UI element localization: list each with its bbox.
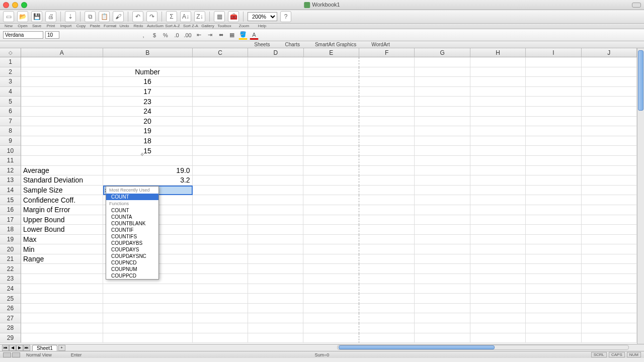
- cell[interactable]: [526, 323, 581, 333]
- row-header[interactable]: 24: [0, 284, 21, 294]
- cell[interactable]: [415, 264, 470, 274]
- cell[interactable]: Lower Bound: [21, 225, 103, 235]
- cell[interactable]: [359, 57, 415, 67]
- cell[interactable]: [582, 87, 637, 97]
- format-painter-button[interactable]: 🖌: [113, 11, 124, 22]
- cell[interactable]: [248, 97, 303, 107]
- cell[interactable]: [526, 136, 581, 146]
- row-header[interactable]: 14: [0, 186, 21, 196]
- tab-smartart[interactable]: SmartArt Graphics: [315, 42, 356, 47]
- cell[interactable]: [526, 166, 581, 176]
- sort-desc-button[interactable]: Z↓: [194, 11, 205, 22]
- decrease-decimal-button[interactable]: .0: [172, 31, 181, 40]
- zoom-icon[interactable]: [21, 2, 27, 8]
- cell[interactable]: [415, 284, 470, 294]
- cell[interactable]: Min: [21, 244, 103, 254]
- cell[interactable]: [526, 126, 581, 136]
- cell[interactable]: [526, 264, 581, 274]
- row-header[interactable]: 19: [0, 235, 21, 245]
- cell[interactable]: [103, 323, 193, 333]
- cell[interactable]: [248, 87, 303, 97]
- row-header[interactable]: 12: [0, 166, 21, 176]
- cell[interactable]: [582, 294, 637, 304]
- cell[interactable]: [415, 166, 470, 176]
- cell[interactable]: [415, 244, 470, 254]
- cell[interactable]: [470, 156, 526, 166]
- cell[interactable]: [526, 244, 581, 254]
- cell[interactable]: [103, 304, 193, 314]
- cell[interactable]: [470, 67, 526, 77]
- cell[interactable]: [415, 136, 470, 146]
- cell[interactable]: [193, 146, 248, 156]
- cell[interactable]: [21, 136, 103, 146]
- cell[interactable]: [103, 333, 193, 343]
- cell[interactable]: [248, 146, 303, 156]
- cell[interactable]: 17: [103, 87, 193, 97]
- cell[interactable]: [359, 186, 415, 196]
- cell[interactable]: [526, 57, 581, 67]
- cell[interactable]: [193, 77, 248, 87]
- cell[interactable]: [470, 284, 526, 294]
- cell[interactable]: [582, 264, 637, 274]
- undo-button[interactable]: ↶: [132, 11, 143, 22]
- cell[interactable]: [582, 146, 637, 156]
- ac-item[interactable]: COUNT: [106, 207, 158, 214]
- cell[interactable]: [470, 175, 526, 186]
- comma-style-button[interactable]: ,: [139, 31, 148, 40]
- cell[interactable]: [303, 304, 359, 314]
- cell[interactable]: [582, 333, 637, 343]
- cell[interactable]: [193, 274, 248, 284]
- cell[interactable]: [582, 215, 637, 225]
- cell[interactable]: [248, 323, 303, 333]
- cell[interactable]: [415, 97, 470, 107]
- cell[interactable]: [470, 215, 526, 225]
- cell[interactable]: [415, 186, 470, 196]
- row-header[interactable]: 26: [0, 304, 21, 314]
- cell[interactable]: [193, 136, 248, 146]
- cell[interactable]: [193, 126, 248, 136]
- cell[interactable]: [303, 107, 359, 117]
- row-header[interactable]: 2: [0, 67, 21, 77]
- cell[interactable]: [303, 313, 359, 323]
- cell[interactable]: [193, 333, 248, 343]
- redo-button[interactable]: ↷: [146, 11, 157, 22]
- cell[interactable]: [21, 304, 103, 314]
- cell[interactable]: [248, 274, 303, 284]
- cell[interactable]: [21, 87, 103, 97]
- tab-wordart[interactable]: WordArt: [371, 42, 390, 47]
- col-header[interactable]: D: [248, 48, 303, 57]
- cell[interactable]: [582, 244, 637, 254]
- row-header[interactable]: 6: [0, 107, 21, 117]
- cell[interactable]: [582, 304, 637, 314]
- col-header[interactable]: H: [470, 48, 526, 57]
- cell[interactable]: [526, 215, 581, 225]
- percent-button[interactable]: %: [161, 31, 170, 40]
- cell[interactable]: 24: [103, 107, 193, 117]
- cell[interactable]: [526, 87, 581, 97]
- font-color-button[interactable]: A: [250, 31, 259, 40]
- col-header[interactable]: C: [193, 48, 248, 57]
- cell[interactable]: [193, 175, 248, 186]
- horizontal-scrollbar[interactable]: [337, 345, 629, 350]
- cell[interactable]: [359, 333, 415, 343]
- cell[interactable]: [193, 304, 248, 314]
- cell[interactable]: [470, 186, 526, 196]
- normal-view-button[interactable]: [3, 352, 11, 357]
- cell[interactable]: [303, 126, 359, 136]
- cell[interactable]: [248, 294, 303, 304]
- sheet-prev-button[interactable]: ◀: [9, 345, 16, 351]
- cell[interactable]: [359, 323, 415, 333]
- print-button[interactable]: 🖨: [45, 11, 56, 22]
- cell[interactable]: [21, 323, 103, 333]
- cell[interactable]: [248, 136, 303, 146]
- cell[interactable]: [526, 77, 581, 87]
- cell[interactable]: [415, 225, 470, 235]
- cell[interactable]: [415, 67, 470, 77]
- cell[interactable]: [415, 195, 470, 205]
- cell[interactable]: [303, 244, 359, 254]
- cell[interactable]: Range: [21, 254, 103, 264]
- ac-item[interactable]: COUNT: [106, 194, 158, 200]
- cell[interactable]: [303, 323, 359, 333]
- row-header[interactable]: 5: [0, 97, 21, 107]
- cell[interactable]: [359, 156, 415, 166]
